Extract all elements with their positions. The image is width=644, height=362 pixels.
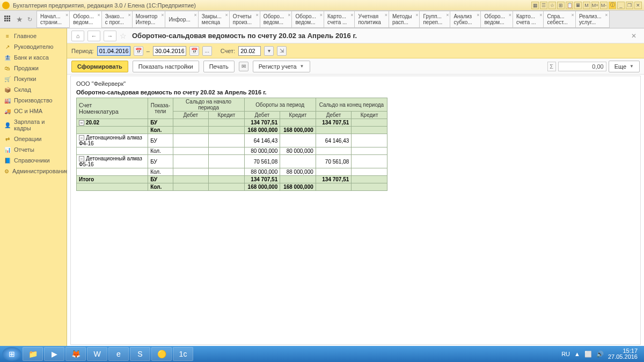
close-tab-icon[interactable]: ×	[446, 12, 449, 18]
settings-button[interactable]: Показать настройки	[133, 61, 199, 72]
document-tab[interactable]: Оборо...ведом...×	[69, 11, 102, 28]
taskbar-app[interactable]: W	[87, 347, 107, 361]
close-tab-icon[interactable]: ×	[128, 12, 130, 18]
document-tab[interactable]: Групп...переп...×	[419, 11, 450, 28]
sidebar-item[interactable]: ↗Руководителю	[0, 41, 67, 52]
period-select-button[interactable]: ...	[202, 46, 212, 56]
maximize-icon[interactable]: ❐	[626, 2, 633, 9]
document-tab[interactable]: Учетнаяполитика×	[354, 11, 389, 28]
email-icon[interactable]: ✉	[239, 62, 248, 71]
account-input[interactable]	[238, 46, 261, 56]
document-tab[interactable]: Реализ...услуг...×	[575, 11, 610, 28]
calendar-icon[interactable]: 📅	[134, 46, 143, 56]
history-icon[interactable]: ↻	[27, 16, 32, 23]
sys-icon[interactable]: ⊞	[557, 2, 565, 9]
period-to-input[interactable]	[153, 46, 186, 56]
taskbar-app[interactable]: S	[130, 347, 150, 361]
help-icon[interactable]: ⓘ	[609, 2, 616, 9]
close-tab-icon[interactable]: ×	[288, 12, 290, 18]
sidebar-item[interactable]: 📦Склад	[0, 84, 67, 95]
apps-grid-icon[interactable]	[4, 16, 12, 23]
sys-icon[interactable]: ▦	[531, 2, 539, 9]
document-tab[interactable]: Оборо...ведом...×	[260, 11, 292, 28]
close-tab-icon[interactable]: ×	[605, 12, 608, 18]
close-tab-icon[interactable]: ×	[350, 12, 353, 18]
account-open-icon[interactable]: ⇲	[277, 46, 287, 56]
taskbar-app[interactable]: 🦊	[65, 347, 86, 361]
sidebar-item[interactable]: ⇄Операции	[0, 134, 67, 144]
close-page-icon[interactable]: ✕	[628, 32, 640, 40]
print-button[interactable]: Печать	[203, 61, 235, 72]
document-tab[interactable]: Знако...с прог...×	[101, 11, 133, 28]
close-tab-icon[interactable]: ×	[194, 12, 197, 18]
tree-collapse-icon[interactable]: −	[79, 135, 84, 141]
document-tab[interactable]: Закры...месяца×	[198, 11, 230, 28]
document-tab[interactable]: Спра...себест...×	[543, 11, 575, 28]
form-button[interactable]: Сформировать	[71, 61, 128, 72]
sidebar-item[interactable]: 🏭Производство	[0, 95, 67, 106]
document-tab[interactable]: МониторИнтер...×	[132, 11, 166, 28]
close-tab-icon[interactable]: ×	[256, 12, 259, 18]
document-tab[interactable]: Методырасп...×	[389, 11, 420, 28]
taskbar-app[interactable]: 🟡	[151, 347, 172, 361]
tree-collapse-icon[interactable]: −	[79, 120, 84, 125]
tray-lang[interactable]: RU	[561, 351, 570, 357]
taskbar-app[interactable]: 1c	[173, 347, 193, 361]
star-icon[interactable]: ☆	[120, 32, 127, 40]
register-button[interactable]: Регистр учета▼	[253, 61, 310, 72]
sidebar-item[interactable]: ≡Главное	[0, 31, 67, 41]
close-tab-icon[interactable]: ×	[161, 12, 164, 18]
tree-collapse-icon[interactable]: −	[79, 156, 84, 161]
sys-icon[interactable]: M	[583, 2, 590, 9]
sidebar-item[interactable]: ⚙Администрирование	[0, 166, 67, 176]
calendar-icon[interactable]: 📅	[189, 46, 199, 56]
sys-icon[interactable]: M-	[600, 2, 608, 9]
document-tab[interactable]: Карто...счета ...×	[324, 11, 355, 28]
sidebar-item[interactable]: 📘Справочники	[0, 155, 67, 166]
sidebar-item[interactable]: 📊Отчеты	[0, 144, 67, 155]
tray-flag-icon[interactable]: ▲	[574, 351, 580, 357]
sidebar-item[interactable]: 🛍Продажи	[0, 63, 67, 73]
close-tab-icon[interactable]: ×	[65, 12, 68, 18]
sys-icon[interactable]: M+	[591, 2, 599, 9]
back-icon[interactable]: ←	[87, 31, 100, 41]
close-tab-icon[interactable]: ×	[385, 12, 387, 18]
tray-sound-icon[interactable]: 🔊	[596, 351, 604, 358]
close-tab-icon[interactable]: ×	[572, 12, 574, 18]
more-button[interactable]: Еще▼	[609, 61, 640, 72]
taskbar-app[interactable]: e	[108, 347, 129, 361]
forward-icon[interactable]: →	[104, 31, 116, 41]
close-tab-icon[interactable]: ×	[509, 12, 511, 18]
tray-network-icon[interactable]: ⬜	[584, 351, 592, 358]
sidebar-item[interactable]: 🛒Покупки	[0, 73, 67, 84]
start-button[interactable]: ⊞	[2, 347, 21, 361]
close-tab-icon[interactable]: ×	[415, 12, 418, 18]
document-tab[interactable]: Инфор...×	[165, 11, 198, 28]
close-icon[interactable]: ✕	[634, 2, 642, 9]
sidebar-item[interactable]: 👤Зарплата и кадры	[0, 116, 67, 134]
favorites-icon[interactable]: ★	[16, 15, 23, 24]
sidebar-item[interactable]: 🏦Банк и касса	[0, 52, 67, 63]
close-tab-icon[interactable]: ×	[97, 12, 100, 18]
close-tab-icon[interactable]: ×	[320, 12, 323, 18]
close-tab-icon[interactable]: ×	[477, 12, 479, 18]
period-from-input[interactable]	[97, 46, 130, 56]
sys-icon[interactable]: ☰	[540, 2, 547, 9]
home-icon[interactable]: ⌂	[71, 31, 84, 41]
document-tab[interactable]: Анализсубко...×	[450, 11, 481, 28]
sidebar-item[interactable]: 🚚ОС и НМА	[0, 106, 67, 116]
dropdown-icon[interactable]: ▾	[264, 46, 274, 56]
minimize-icon[interactable]: _	[617, 2, 625, 9]
sys-icon[interactable]: 🖩	[574, 2, 582, 9]
sys-icon[interactable]: ☆	[548, 2, 556, 9]
taskbar-app[interactable]: ▶	[44, 347, 64, 361]
close-tab-icon[interactable]: ×	[225, 12, 228, 18]
taskbar-app[interactable]: 📁	[23, 347, 43, 361]
document-tab[interactable]: Отчетыпроиз...×	[229, 11, 260, 28]
close-tab-icon[interactable]: ×	[539, 12, 542, 18]
document-tab[interactable]: Оборо...ведом...×	[480, 11, 513, 28]
document-tab[interactable]: Оборо...ведом...×	[291, 11, 324, 28]
document-tab[interactable]: Начал...страни...×	[36, 11, 70, 28]
document-tab[interactable]: Карто...счета ...×	[513, 11, 544, 28]
tray-clock[interactable]: 15:1727.05.2016	[608, 348, 638, 360]
